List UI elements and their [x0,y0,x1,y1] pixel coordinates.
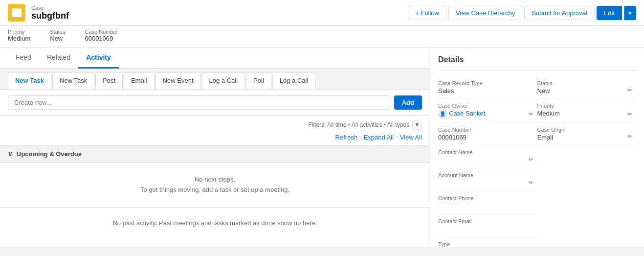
label-case-record-type: Case Record Type [438,80,533,86]
case-icon-inner [12,8,22,17]
value-case-owner[interactable]: 👤Case Sanket [438,110,533,118]
label-case-number: Case Number [438,127,533,133]
field-priority: Priority Medium ✏ [537,99,637,123]
view-all-link[interactable]: View All [400,134,422,141]
filter-icon[interactable]: ▼ [412,120,422,130]
chevron-down-icon: ∨ [8,150,13,158]
case-name: subgfbnf [31,11,69,21]
edit-contact-name-icon[interactable]: ✏ [529,156,533,163]
edit-priority-icon[interactable]: ✏ [627,111,632,117]
no-next-steps-sub-text: To get things moving, add a task or set … [8,185,422,195]
upcoming-section-header: ∨ Upcoming & Overdue [0,145,430,163]
avatar: 👤 [438,110,447,118]
field-case-owner: Case Owner 👤Case Sanket ✏ [438,99,537,123]
tabs-bar: Feed Related Activity [0,47,430,69]
follow-button[interactable]: + Follow [408,6,446,20]
status-label: Status [50,29,65,35]
filler-4 [537,214,637,237]
label-contact-phone: Contact Phone [438,195,533,201]
header-left: Case subgfbnf [8,4,408,22]
field-type: Type Mechanical ✏ [438,237,537,247]
edit-case-owner-icon[interactable]: ✏ [529,111,533,117]
tab-feed[interactable]: Feed [8,47,39,69]
value-case-number: 00001069 [438,134,533,141]
case-title-group: Case subgfbnf [31,5,69,21]
subtab-new-event[interactable]: New Event [155,72,201,89]
field-case-number: Case Number 00001069 [438,123,537,145]
subtab-poll[interactable]: Poll [246,72,271,89]
field-status: Status New ✏ [537,76,637,99]
sep1: • [359,134,362,141]
no-steps-area: No next steps. To get things moving, add… [0,163,430,207]
edit-account-name-icon[interactable]: ✏ [529,179,533,186]
value-status: New [537,87,633,94]
status-meta: Status New [50,29,65,42]
subtab-post[interactable]: Post [95,72,123,89]
subtab-email[interactable]: Email [124,72,155,89]
submit-approval-button[interactable]: Submit for Approval [524,6,594,20]
label-account-name: Account Name [438,172,533,178]
no-past-activity: No past activity. Past meetings and task… [0,207,430,238]
no-next-steps-text: No next steps. [8,175,422,185]
case-number-value: 00001069 [85,35,118,42]
value-contact-email [438,225,533,233]
value-priority: Medium [537,110,633,117]
expand-all-link[interactable]: Expand All [364,134,394,141]
value-contact-name [438,156,533,164]
details-grid: Case Record Type Sales Status New ✏ Case… [438,76,636,247]
header-actions: + Follow View Case Hierarchy Submit for … [408,6,636,20]
top-header: Case subgfbnf + Follow View Case Hierarc… [0,0,644,26]
field-contact-email: Contact Email [438,214,537,237]
label-contact-email: Contact Email [438,218,533,224]
tab-related[interactable]: Related [39,47,78,69]
field-contact-name: Contact Name ✏ [438,145,537,168]
filler-2 [537,168,637,191]
label-priority: Priority [537,103,633,109]
case-number-meta: Case Number 00001069 [85,29,118,42]
details-title: Details [438,55,636,70]
edit-status-icon[interactable]: ✏ [627,87,632,93]
create-bar: Add [0,90,430,116]
label-contact-name: Contact Name [438,149,533,155]
value-case-origin: Email [537,134,633,141]
add-button[interactable]: Add [394,95,422,110]
subtab-log-a-call-2[interactable]: Log a Call [272,72,316,89]
edit-button[interactable]: Edit [597,6,622,20]
filters-row: Filters: All time • All activities • All… [0,116,430,134]
case-label: Case [31,5,69,11]
right-panel: Details Case Record Type Sales Status Ne… [430,47,644,247]
field-account-name: Account Name ✏ [438,168,537,191]
field-case-record-type: Case Record Type Sales [438,76,537,99]
subtab-new-task-2[interactable]: New Task [52,72,94,89]
value-account-name [438,179,533,187]
label-case-origin: Case Origin [537,127,633,133]
main-layout: Feed Related Activity New Task New Task … [0,47,644,247]
status-value: New [50,35,65,42]
chevron-down-icon: ▾ [628,9,632,17]
filler-1 [537,145,637,168]
create-new-input[interactable] [8,95,390,110]
value-case-record-type: Sales [438,87,533,94]
field-case-origin: Case Origin Email ✏ [537,123,637,145]
edit-case-origin-icon[interactable]: ✏ [627,133,632,140]
field-contact-phone: Contact Phone [438,191,537,214]
case-icon [8,4,25,22]
sep2: • [396,134,398,141]
subtab-log-a-call[interactable]: Log a Call [202,72,245,89]
subtab-new-task[interactable]: New Task [8,72,51,89]
label-type: Type [438,241,533,247]
case-number-label: Case Number [85,29,118,35]
filter-links: Refresh • Expand All • View All [0,134,430,145]
subtabs-bar: New Task New Task Post Email New Event L… [0,69,430,90]
filters-text: Filters: All time • All activities • All… [309,121,409,128]
label-case-owner: Case Owner [438,103,533,109]
view-hierarchy-button[interactable]: View Case Hierarchy [448,6,522,20]
refresh-link[interactable]: Refresh [335,134,358,141]
upcoming-section-label: Upcoming & Overdue [17,150,82,158]
tab-activity[interactable]: Activity [78,47,119,69]
priority-value: Medium [8,35,30,42]
dropdown-button[interactable]: ▾ [624,6,636,20]
priority-label: Priority [8,29,30,35]
filler-3 [537,191,637,214]
label-status: Status [537,80,633,86]
